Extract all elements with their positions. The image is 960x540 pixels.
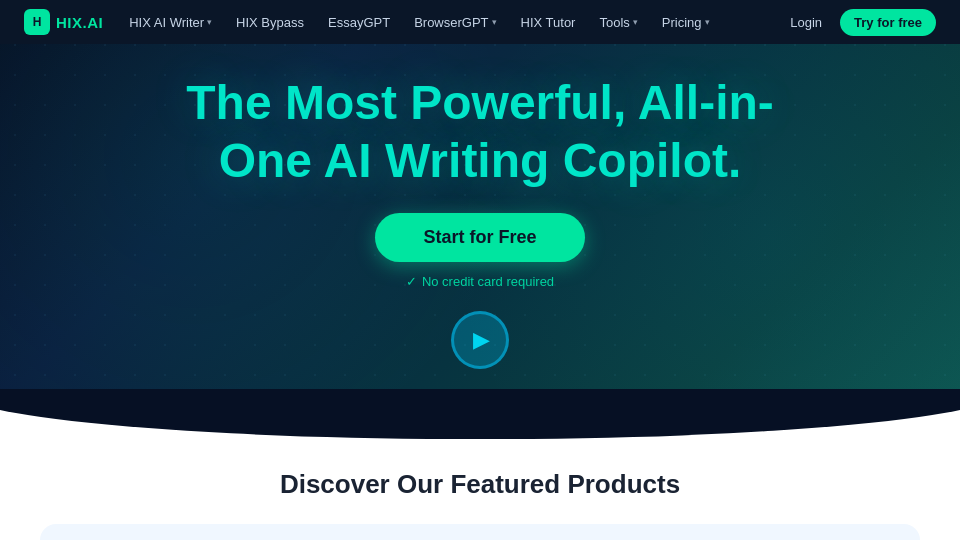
nav-essaygpt[interactable]: EssayGPT [318, 0, 400, 44]
hero-content: The Most Powerful, All-in- One AI Writin… [166, 44, 794, 389]
check-circle-icon: ✓ [406, 274, 417, 289]
start-for-free-button[interactable]: Start for Free [375, 213, 584, 262]
nav-hix-bypass[interactable]: HIX Bypass [226, 0, 314, 44]
product-card: HIX.AI AI Writing Tools [40, 524, 920, 540]
play-icon: ▶ [473, 327, 490, 353]
navbar: H HIX.AI HIX AI Writer ▾ HIX Bypass Essa… [0, 0, 960, 44]
hero-wave-divider [0, 389, 960, 439]
featured-section: Discover Our Featured Products HIX.AI [0, 439, 960, 540]
no-credit-card-notice: ✓ No credit card required [406, 274, 554, 289]
nav-pricing[interactable]: Pricing ▾ [652, 0, 720, 44]
play-video-button[interactable]: ▶ [451, 311, 509, 369]
logo-text: HIX.AI [56, 14, 103, 31]
logo-icon: H [24, 9, 50, 35]
logo-hix: HIX [56, 14, 83, 31]
chevron-down-icon: ▾ [705, 17, 710, 27]
featured-title: Discover Our Featured Products [280, 469, 680, 500]
chevron-down-icon: ▾ [492, 17, 497, 27]
login-button[interactable]: Login [782, 15, 830, 30]
nav-browsergpt[interactable]: BrowserGPT ▾ [404, 0, 506, 44]
chevron-down-icon: ▾ [633, 17, 638, 27]
navbar-right: Login Try for free [782, 9, 936, 36]
hero-title: The Most Powerful, All-in- One AI Writin… [186, 74, 774, 189]
logo-ai: .AI [83, 14, 104, 31]
chevron-down-icon: ▾ [207, 17, 212, 27]
nav-hix-tutor[interactable]: HIX Tutor [511, 0, 586, 44]
navbar-left: H HIX.AI HIX AI Writer ▾ HIX Bypass Essa… [24, 0, 720, 44]
try-for-free-button[interactable]: Try for free [840, 9, 936, 36]
hero-section: The Most Powerful, All-in- One AI Writin… [0, 0, 960, 389]
logo[interactable]: H HIX.AI [24, 9, 103, 35]
nav-tools[interactable]: Tools ▾ [589, 0, 647, 44]
nav-hix-ai-writer[interactable]: HIX AI Writer ▾ [119, 0, 222, 44]
